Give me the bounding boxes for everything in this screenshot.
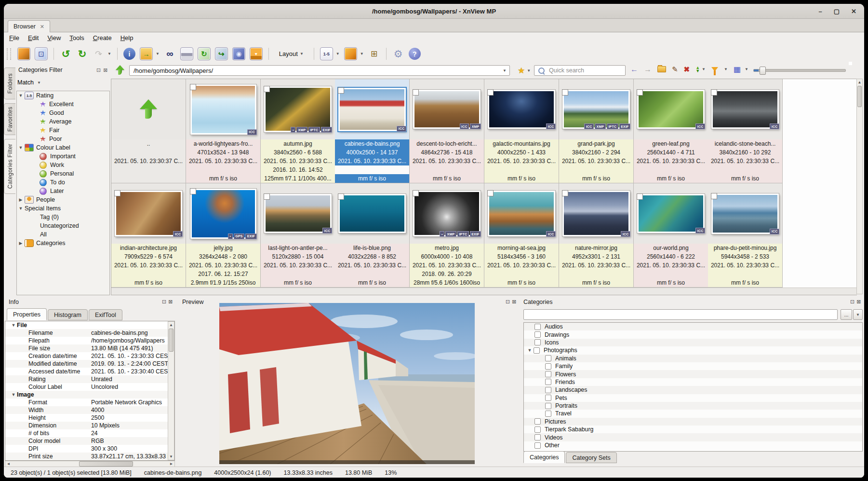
thumbnail-cell[interactable]: ▪GPSEXIFjelly.jpg3264x2448 - 2 0802021. … [186,183,261,288]
quick-search-box[interactable] [534,65,626,76]
thumbnail-checkbox[interactable] [190,188,196,194]
thumbnail-cell[interactable]: ICCXMPIPTCEXIFgrand-park.jpg3840x2160 - … [559,79,634,183]
thumbnail-checkbox[interactable] [114,190,120,196]
tab-close-icon[interactable]: ✕ [40,24,44,30]
category-checkbox[interactable] [534,347,540,354]
filter-item-poor[interactable]: ★1Poor [17,135,109,143]
filter-dropdown-icon[interactable]: ▼ [724,67,728,71]
settings-icon[interactable]: ⚙ [392,48,404,60]
category-checkbox[interactable] [534,418,541,425]
filter-item-uncategorized[interactable]: Uncategorized [17,221,109,230]
up-folder-button[interactable] [116,65,124,75]
category-dropdown-button[interactable]: ▼ [853,309,863,320]
thumbnail-cell[interactable]: ICCicelandic-stone-beach...3840x2160 - 1… [708,79,783,183]
thumbnail-cell[interactable]: ICCcabines-de-bains.png4000x2500 - 14 13… [335,79,410,183]
thumbnail-checkbox[interactable] [413,89,419,96]
left-tab-favorites[interactable]: Favorites [4,103,15,135]
filter-item-all[interactable]: All [17,230,109,239]
fullscreen-icon[interactable]: ⊡ [35,47,48,60]
category-item-tierpark-sababurg[interactable]: Tierpark Sababurg [524,426,862,433]
tree-caret-icon[interactable]: ▼ [17,93,25,98]
category-checkbox[interactable] [545,403,551,409]
thumbnail-checkbox[interactable] [487,190,494,196]
category-checkbox[interactable] [534,339,541,345]
close-button[interactable]: ✕ [851,8,856,15]
capture-icon[interactable]: ◉ [232,47,245,60]
menu-item-create[interactable]: Create [89,33,116,42]
favorites-star-icon[interactable]: ★ [518,66,525,76]
slideshow-icon[interactable]: ▾ [250,47,263,60]
thumbnail-cell[interactable]: life-is-blue.png4032x2268 - 8 8522021. 0… [335,183,410,288]
thumbnail-checkbox[interactable] [711,89,717,96]
forward-button[interactable]: → [644,65,652,74]
thumbnail-cell[interactable]: ICCgalactic-mountains.jpg4000x2250 - 1 4… [484,79,559,183]
maximize-button[interactable]: ▢ [834,8,840,15]
thumbnail-cell[interactable]: ICCa-world-lightyears-fro...4701x3524 - … [186,79,261,183]
view-mode-icon[interactable]: ▦ [734,65,741,74]
info-tab-properties[interactable]: Properties [7,308,47,320]
browser-scrollbar[interactable]: ▲ [856,79,863,294]
back-button[interactable]: ← [630,65,638,74]
category-checkbox[interactable] [545,379,551,385]
category-item-photographs[interactable]: ▼Photographs [524,346,862,354]
thumbnail-cell[interactable]: ICCphare-du-petit-minou.jpg5944x3458 - 2… [708,183,783,288]
sort-button[interactable]: ▲▼ [695,66,700,73]
category-checkbox[interactable] [545,411,551,417]
thumbnail-checkbox[interactable] [264,86,270,92]
quick-search-input[interactable] [548,67,613,74]
properties-scrollbar[interactable]: ▲ ▼ [168,321,174,460]
thumbnail-checkbox[interactable] [637,193,643,200]
category-checkbox[interactable] [545,371,551,377]
rotate-left-icon[interactable]: ↺ [60,48,72,60]
address-bar[interactable]: ▼ [129,65,510,76]
category-checkbox[interactable] [545,355,551,361]
menu-item-tools[interactable]: Tools [65,33,88,42]
thumbnail-cell[interactable]: ICCour-world.png2560x1440 - 6 2222021. 0… [634,183,708,288]
left-tab-folders[interactable]: Folders [4,68,15,99]
category-item-audios[interactable]: Audios [524,323,862,330]
preview-panel-float-icon[interactable]: ⊡ [506,299,510,305]
filter-item-to-do[interactable]: To do [17,178,109,187]
filter-item-tag-0-[interactable]: Tag (0) [17,213,109,221]
category-checkbox[interactable] [545,387,551,393]
left-tab-categories-filter[interactable]: Categories Filter [4,139,15,194]
browser-scrollbar-handle[interactable] [857,86,862,107]
filter-item-fair[interactable]: ★2Fair [17,126,109,135]
filter-item-important[interactable]: Important [17,152,109,161]
help-icon[interactable]: ? [409,48,421,60]
filter-item-work[interactable]: Work [17,161,109,169]
info-panel-float-icon[interactable]: ⊡ [162,299,166,305]
filter-item-categories[interactable]: ▶Categories [17,239,109,247]
sort-preset-icon[interactable]: 1-5 [320,47,333,60]
info-panel-close-icon[interactable]: ⊠ [168,299,173,305]
info-icon[interactable]: i [123,48,135,60]
filter-funnel-icon[interactable] [711,67,718,71]
thumbnail-checkbox[interactable] [338,87,344,94]
print-icon[interactable] [180,47,193,60]
filter-item-special-items[interactable]: ▼Special Items [17,204,109,213]
category-item-friends[interactable]: Friends [524,378,862,386]
category-checkbox[interactable] [534,331,541,338]
category-item-pets[interactable]: Pets [524,394,862,402]
tree-caret-icon[interactable]: ▶ [17,241,25,246]
transform-icon-caret[interactable]: ▼ [107,52,111,56]
sort-preset-icon-caret[interactable]: ▼ [336,52,340,56]
sort-dropdown-icon[interactable]: ▼ [702,67,706,71]
thumbnail-checkbox[interactable] [711,193,717,199]
menu-item-help[interactable]: Help [116,33,138,42]
section-caret-icon[interactable]: ▼ [10,323,17,328]
thumbnail-checkbox[interactable] [637,89,643,96]
tag-icon[interactable] [344,47,357,60]
parent-folder-cell[interactable]: ..2021. 05. 10. 23:30:37 C... [111,79,186,183]
info-tab-exiftool[interactable]: ExifTool [89,309,122,320]
thumbnail-checkbox[interactable] [562,190,568,196]
category-checkbox[interactable] [534,434,541,440]
thumbnail-cell[interactable]: ICCXMPdescent-to-loch-ericht...4864x2736… [410,79,484,183]
category-item-pictures[interactable]: Pictures [524,418,862,426]
slider-handle[interactable] [760,67,766,75]
open-with-icon-caret[interactable]: ▼ [156,52,160,56]
preview-panel-close-icon[interactable]: ⊠ [512,299,516,305]
category-item-flowers[interactable]: Flowers [524,370,862,378]
thumbnail-cell[interactable]: ▪XMPIPTCEXIFautumn.jpg3840x2560 - 6 5882… [261,79,335,183]
find-icon[interactable]: ∞ [164,48,176,60]
